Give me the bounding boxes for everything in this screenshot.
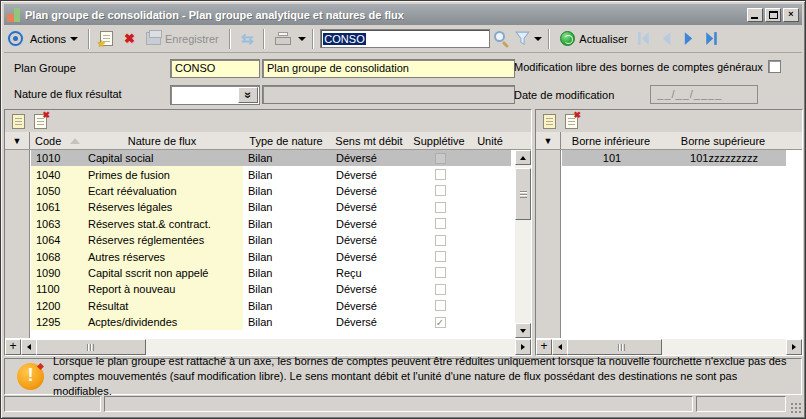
add-row-button[interactable]: + [536, 339, 552, 355]
table-row[interactable]: 1063Réserves stat.& contract.BilanDévers… [31, 216, 515, 232]
scroll-right-button[interactable] [515, 339, 531, 355]
suppletive-checkbox[interactable] [435, 267, 446, 278]
scroll-thumb[interactable] [515, 168, 531, 220]
column-header-code[interactable]: Code [30, 132, 82, 149]
cell-unite [471, 232, 511, 248]
close-button[interactable]: × [783, 8, 799, 22]
cell-suppletive [409, 298, 471, 314]
maximize-button[interactable] [765, 8, 781, 22]
save-button[interactable]: Enregistrer [142, 30, 223, 47]
cell-borne-inferieure: 101 [562, 150, 662, 166]
table-row[interactable]: 1100Report à nouveauBilanDéversé [31, 281, 515, 297]
last-record-button[interactable] [701, 30, 720, 47]
filter-dropdown-icon[interactable] [534, 37, 542, 41]
suppletive-checkbox[interactable] [435, 284, 446, 295]
cell-code: 1050 [31, 183, 83, 199]
row-selector-gutter[interactable]: ▼ [536, 132, 561, 149]
app-icon [7, 8, 21, 22]
suppletive-checkbox[interactable] [435, 251, 446, 262]
next-record-button[interactable] [679, 30, 698, 47]
actions-button[interactable]: Actions [26, 31, 82, 47]
column-header-nature[interactable]: Nature de flux [82, 132, 242, 149]
suppletive-checkbox[interactable] [435, 153, 446, 164]
search-icon[interactable] [493, 30, 511, 48]
table-row[interactable]: 1061Réserves légalesBilanDéversé [31, 199, 515, 215]
suppletive-checkbox[interactable] [435, 218, 446, 229]
delete-row-icon[interactable]: ✖ [565, 114, 578, 129]
delete-row-icon[interactable]: ✖ [34, 114, 47, 129]
cell-code: 1040 [31, 166, 83, 182]
cell-sens: Déversé [331, 298, 409, 314]
lookup-button[interactable]: » [238, 87, 258, 103]
row-selector-gutter[interactable]: ▼ [5, 132, 30, 149]
refresh-icon: ⇆ [241, 31, 254, 46]
vertical-scrollbar[interactable] [515, 150, 531, 338]
minimize-button[interactable] [747, 8, 763, 22]
suppletive-checkbox[interactable]: ✓ [435, 317, 446, 328]
scroll-right-button[interactable] [786, 339, 802, 355]
scroll-down-button[interactable] [515, 323, 531, 338]
add-row-icon[interactable] [543, 114, 556, 129]
add-row-button[interactable]: + [5, 339, 21, 355]
toolbar-separator [263, 29, 265, 49]
column-header-suppletive[interactable]: Supplétive [408, 132, 470, 149]
first-record-button[interactable] [635, 30, 654, 47]
plan-groupe-name-field[interactable]: Plan groupe de consolidation [262, 59, 515, 78]
cell-type: Bilan [243, 248, 331, 264]
cell-nature: Résultat [83, 298, 243, 314]
suppletive-checkbox[interactable] [435, 169, 446, 180]
column-header-unite[interactable]: Unité [470, 132, 510, 149]
print-button[interactable] [271, 30, 295, 47]
add-row-icon[interactable] [12, 114, 25, 129]
table-row[interactable]: 1068Autres réservesBilanDéversé [31, 248, 515, 264]
table-row[interactable]: 1200RésultatBilanDéversé [31, 298, 515, 314]
table-row[interactable]: 1010Capital socialBilanDéversé [31, 150, 515, 166]
new-button[interactable]: ★ [96, 29, 117, 48]
title-bar[interactable]: Plan groupe de consolidation - Plan grou… [4, 4, 802, 25]
table-row[interactable]: 1295Acptes/dividendesBilanDéversé✓ [31, 314, 515, 330]
toolbar-separator [548, 29, 550, 49]
horizontal-scrollbar[interactable]: + [5, 339, 531, 355]
actualiser-label: Actualiser [579, 33, 627, 45]
scroll-thumb[interactable] [567, 339, 662, 355]
delete-button[interactable]: ✖ [120, 30, 139, 47]
table-row[interactable]: 1090Capital sscrit non appeléBilanReçu [31, 265, 515, 281]
cell-sens: Déversé [331, 216, 409, 232]
toolbar-separator [88, 29, 90, 49]
actualiser-button[interactable]: Actualiser [556, 29, 631, 48]
column-header-borne-superieure[interactable]: Borne supérieure [661, 132, 785, 149]
warning-bar: Lorsque le plan groupe est rattaché à un… [4, 358, 802, 395]
scroll-left-button[interactable] [21, 339, 37, 355]
column-header-borne-inferieure[interactable]: Borne inférieure [561, 132, 661, 149]
resize-grip[interactable] [789, 401, 802, 414]
cell-nature: Autres réserves [83, 248, 243, 264]
suppletive-checkbox[interactable] [435, 235, 446, 246]
modification-libre-checkbox[interactable] [768, 60, 781, 73]
previous-record-button[interactable] [657, 30, 676, 47]
search-input[interactable]: CONSO [320, 29, 490, 48]
column-header-type[interactable]: Type de nature [242, 132, 330, 149]
suppletive-checkbox[interactable] [435, 185, 446, 196]
scroll-thumb[interactable] [36, 339, 146, 355]
plan-groupe-code-field[interactable]: CONSO [170, 59, 260, 78]
table-row[interactable]: 101101zzzzzzzzz [562, 150, 801, 166]
natures-table-header: ▼ Code Nature de flux Type de nature Sen… [5, 132, 531, 150]
filter-icon[interactable] [514, 30, 531, 47]
suppletive-checkbox[interactable] [435, 202, 446, 213]
scroll-left-button[interactable] [552, 339, 568, 355]
table-row[interactable]: 1050Ecart réévaluationBilanDéversé [31, 183, 515, 199]
column-header-sens[interactable]: Sens mt débit [330, 132, 408, 149]
cell-unite [471, 248, 511, 264]
suppletive-checkbox[interactable] [435, 300, 446, 311]
refresh-button[interactable]: ⇆ [237, 29, 258, 48]
scroll-up-button[interactable] [515, 150, 531, 165]
column-menu-icon: ▼ [13, 136, 22, 146]
record-icon[interactable] [8, 31, 23, 46]
nature-flux-combo[interactable]: » [170, 85, 260, 105]
table-row[interactable]: 1064Réserves réglementéesBilanDéversé [31, 232, 515, 248]
cell-unite [471, 183, 511, 199]
table-row[interactable]: 1040Primes de fusionBilanDéversé [31, 166, 515, 182]
horizontal-scrollbar[interactable]: + [536, 339, 802, 355]
print-dropdown-icon[interactable] [298, 37, 306, 41]
cell-code: 1100 [31, 281, 83, 297]
